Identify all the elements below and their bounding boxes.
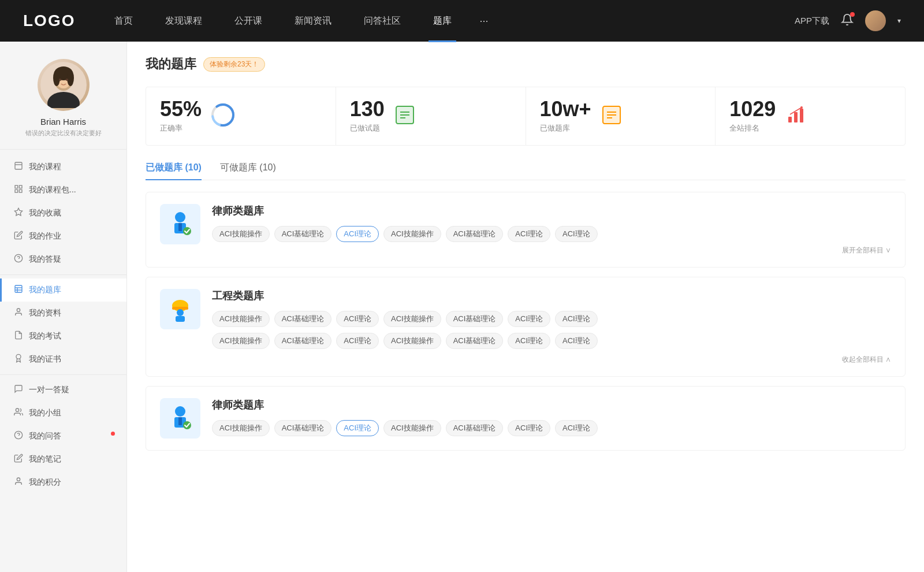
stat-label-questions: 已做试题 [350,123,385,133]
tag-1-1[interactable]: ACI技能操作 [212,226,270,242]
courses-icon [14,161,23,173]
sidebar-item-courses[interactable]: 我的课程 [0,155,126,179]
bank-card-engineer: 工程类题库 ACI技能操作 ACI基础理论 ACI理论 ACI技能操作 ACI基… [146,277,906,377]
tags-row-engineer-1: ACI技能操作 ACI基础理论 ACI理论 ACI技能操作 ACI基础理论 AC… [212,311,891,327]
svg-rect-12 [19,185,22,188]
bank-card-lawyer-1: 律师类题库 ACI技能操作 ACI基础理论 ACI理论 ACI技能操作 ACI基… [146,192,906,268]
nav-open-course[interactable]: 公开课 [230,13,267,29]
notification-bell[interactable] [841,13,854,28]
svg-rect-13 [15,190,18,192]
svg-rect-47 [178,223,182,231]
svg-rect-11 [15,185,18,188]
tag-1-4[interactable]: ACI技能操作 [383,226,441,242]
tag-3-4[interactable]: ACI技能操作 [383,420,441,436]
svg-rect-42 [794,112,798,122]
stat-banks-done: 10w+ 已做题库 [526,87,716,145]
sidebar: Brian Harris 错误的决定比没有决定要好 我的课程 我的课程包... … [0,42,127,572]
tag-2-5[interactable]: ACI基础理论 [446,311,504,327]
sidebar-item-points[interactable]: 我的积分 [0,471,126,494]
tag-3-7[interactable]: ACI理论 [555,420,598,436]
bank-content-lawyer-1: 律师类题库 ACI技能操作 ACI基础理论 ACI理论 ACI技能操作 ACI基… [212,204,891,255]
tab-available-banks[interactable]: 可做题库 (10) [220,162,276,180]
tag-1-7[interactable]: ACI理论 [555,226,598,242]
collapse-btn-engineer[interactable]: 收起全部科目 ∧ [212,355,891,365]
bank-content-engineer: 工程类题库 ACI技能操作 ACI基础理论 ACI理论 ACI技能操作 ACI基… [212,289,891,365]
sidebar-item-qa[interactable]: 我的答疑 [0,248,126,271]
expand-btn-lawyer-1[interactable]: 展开全部科目 ∨ [212,246,891,255]
sidebar-label-points: 我的积分 [29,477,61,488]
user-avatar-header[interactable] [865,10,886,31]
qa-notification-dot [111,432,115,436]
stat-accuracy: 55% 正确率 [146,87,336,145]
tag-2-9[interactable]: ACI基础理论 [274,333,332,349]
tags-row-lawyer-2: ACI技能操作 ACI基础理论 ACI理论 ACI技能操作 ACI基础理论 AC… [212,420,891,436]
stat-value-rank: 1029 [729,99,776,120]
user-avatar-sidebar [38,59,90,111]
tab-done-banks[interactable]: 已做题库 (10) [146,162,202,180]
sidebar-item-notes[interactable]: 我的笔记 [0,448,126,471]
tag-2-8[interactable]: ACI技能操作 [212,333,270,349]
tag-2-12[interactable]: ACI基础理论 [446,333,504,349]
user-menu-chevron[interactable]: ▾ [897,17,901,25]
svg-point-53 [175,406,185,417]
tag-2-2[interactable]: ACI基础理论 [274,311,332,327]
nav-question-bank[interactable]: 题库 [429,13,456,29]
sidebar-label-courses: 我的课程 [29,162,61,172]
sidebar-label-certificates: 我的证书 [29,354,61,365]
nav-news[interactable]: 新闻资讯 [290,13,336,29]
tag-1-2[interactable]: ACI基础理论 [274,226,332,242]
svg-marker-15 [14,208,22,216]
tag-3-1[interactable]: ACI技能操作 [212,420,270,436]
tag-2-6[interactable]: ACI理论 [508,311,550,327]
stat-questions-done: 130 已做试题 [336,87,526,145]
page-title-row: 我的题库 体验剩余23天！ [146,55,906,73]
sidebar-item-question-bank[interactable]: 我的题库 [0,278,126,302]
svg-rect-55 [178,417,182,425]
tag-2-10[interactable]: ACI理论 [336,333,379,349]
tag-2-4[interactable]: ACI技能操作 [383,311,441,327]
homework-icon [14,231,23,242]
tag-2-13[interactable]: ACI理论 [508,333,550,349]
sidebar-label-homework: 我的作业 [29,231,61,242]
tag-3-2[interactable]: ACI基础理论 [274,420,332,436]
svg-point-27 [17,478,20,481]
svg-point-6 [67,70,74,86]
sidebar-item-course-packages[interactable]: 我的课程包... [0,179,126,202]
sidebar-item-group[interactable]: 我的小组 [0,402,126,425]
sidebar-label-one-on-one: 一对一答疑 [29,385,69,395]
sidebar-item-certificates[interactable]: 我的证书 [0,348,126,371]
rank-icon [785,104,807,128]
tag-2-3[interactable]: ACI理论 [336,311,379,327]
svg-point-24 [16,408,18,411]
bank-title-lawyer-1: 律师类题库 [212,204,891,218]
sidebar-item-exams[interactable]: 我的考试 [0,325,126,348]
tag-1-6[interactable]: ACI理论 [508,226,550,242]
tag-3-3[interactable]: ACI理论 [336,420,379,436]
sidebar-item-one-on-one[interactable]: 一对一答疑 [0,378,126,402]
tag-3-6[interactable]: ACI理论 [508,420,550,436]
sidebar-item-my-qa[interactable]: 我的问答 [0,425,126,448]
app-download-button[interactable]: APP下载 [795,16,829,27]
svg-point-51 [177,309,184,316]
logo[interactable]: LOGO [23,12,75,30]
sidebar-item-favorites[interactable]: 我的收藏 [0,202,126,225]
sidebar-item-profile[interactable]: 我的资料 [0,302,126,325]
tag-2-11[interactable]: ACI技能操作 [383,333,441,349]
favorites-icon [14,207,23,219]
sidebar-label-group: 我的小组 [29,408,61,418]
tag-2-1[interactable]: ACI技能操作 [212,311,270,327]
tag-1-5[interactable]: ACI基础理论 [446,226,504,242]
nav-more[interactable]: ··· [479,15,488,27]
tag-1-3[interactable]: ACI理论 [336,226,379,242]
svg-rect-52 [176,316,185,322]
tag-3-5[interactable]: ACI基础理论 [446,420,504,436]
sidebar-divider-1 [0,274,126,275]
tag-2-14[interactable]: ACI理论 [555,333,598,349]
lawyer-icon-wrap-1 [160,204,200,244]
tag-2-7[interactable]: ACI理论 [555,311,598,327]
nav-qa[interactable]: 问答社区 [359,13,405,29]
notification-dot [850,12,855,17]
nav-home[interactable]: 首页 [110,13,137,29]
sidebar-item-homework[interactable]: 我的作业 [0,225,126,248]
nav-courses[interactable]: 发现课程 [161,13,207,29]
